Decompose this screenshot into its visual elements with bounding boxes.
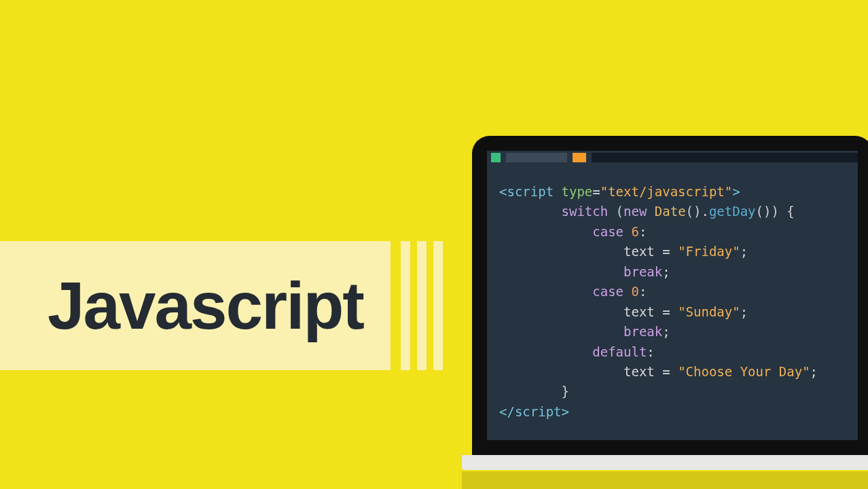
code-token: <script	[499, 184, 554, 199]
code-token: </script	[499, 404, 562, 419]
code-token: =	[592, 184, 600, 199]
code-token: "Friday"	[678, 244, 740, 259]
laptop-bezel: <script type="text/javascript"> switch (…	[472, 136, 868, 455]
code-token: ;	[740, 304, 748, 319]
page-title: Javascript	[48, 268, 363, 344]
tab-bar-fill	[592, 153, 858, 162]
code-token: =	[662, 244, 670, 259]
code-token	[647, 204, 654, 219]
code-token: text	[623, 244, 662, 259]
decorative-stripe	[417, 241, 427, 370]
code-token: =	[662, 304, 670, 319]
code-token: ()) {	[756, 204, 795, 219]
laptop-base	[462, 455, 868, 470]
code-token: type	[554, 184, 592, 199]
code-token	[670, 304, 678, 319]
code-token: new	[623, 204, 647, 219]
laptop-illustration: <script type="text/javascript"> switch (…	[472, 136, 868, 489]
code-token: 0	[632, 284, 639, 299]
code-token: text	[623, 364, 662, 379]
code-token	[670, 244, 678, 259]
code-token: :	[639, 224, 647, 239]
code-token: "Sunday"	[678, 304, 740, 319]
code-token: ;	[662, 324, 670, 339]
code-token	[623, 224, 631, 239]
tab-active	[506, 153, 567, 162]
code-token: :	[639, 284, 647, 299]
code-token: "Choose Your Day"	[678, 364, 810, 379]
code-token: ;	[810, 364, 818, 379]
code-token: getDay	[709, 204, 756, 219]
editor-screen: <script type="text/javascript"> switch (…	[487, 151, 858, 440]
code-token: break	[623, 324, 662, 339]
code-token: (	[608, 204, 623, 219]
code-token: >	[732, 184, 740, 199]
code-token: switch	[562, 204, 609, 219]
code-token: }	[562, 384, 569, 399]
code-token	[623, 284, 631, 299]
code-token: ().	[686, 204, 709, 219]
code-token	[670, 364, 678, 379]
tab-indicator	[491, 153, 501, 162]
code-token: case	[592, 224, 623, 239]
code-token: text	[623, 304, 662, 319]
code-token: ;	[740, 244, 748, 259]
code-token: >	[562, 404, 569, 419]
code-token: ;	[662, 264, 670, 279]
code-token: =	[662, 364, 670, 379]
title-band: Javascript	[0, 241, 391, 370]
code-token: break	[623, 264, 662, 279]
editor-tabs	[487, 151, 858, 164]
tab-modified-icon	[573, 153, 586, 162]
code-token: default	[592, 344, 647, 359]
code-token: Date	[655, 204, 686, 219]
decorative-stripe	[401, 241, 410, 370]
code-token: "text/javascript"	[600, 184, 732, 199]
code-token: case	[592, 284, 623, 299]
decorative-stripe	[433, 241, 443, 370]
code-block: <script type="text/javascript"> switch (…	[487, 164, 858, 422]
code-token: :	[647, 344, 654, 359]
code-token: 6	[632, 224, 639, 239]
